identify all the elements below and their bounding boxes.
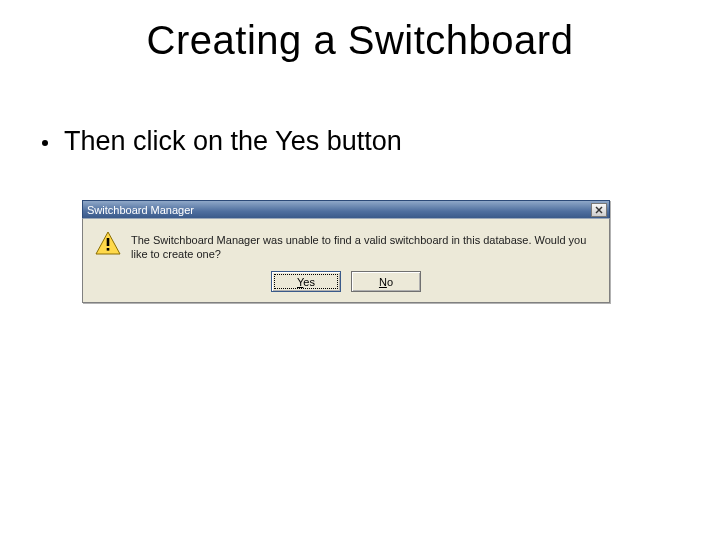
dialog-button-row: Yes No: [95, 271, 597, 292]
dialog-title: Switchboard Manager: [87, 204, 591, 216]
dialog-titlebar: Switchboard Manager: [82, 200, 610, 218]
dialog-message: The Switchboard Manager was unable to fi…: [131, 229, 597, 261]
svg-rect-4: [107, 248, 110, 251]
bullet-dot-icon: [42, 140, 48, 146]
no-label-rest: o: [387, 276, 393, 288]
close-icon: [595, 206, 603, 214]
bullet-item: Then click on the Yes button: [42, 126, 402, 157]
switchboard-dialog: Switchboard Manager The Switchboard Mana…: [82, 200, 610, 303]
svg-rect-3: [107, 238, 110, 246]
bullet-text: Then click on the Yes button: [64, 126, 402, 157]
no-button[interactable]: No: [351, 271, 421, 292]
slide-title: Creating a Switchboard: [0, 18, 720, 63]
slide: Creating a Switchboard Then click on the…: [0, 0, 720, 540]
warning-icon: [95, 231, 121, 255]
dialog-content-row: The Switchboard Manager was unable to fi…: [95, 229, 597, 261]
close-button[interactable]: [591, 203, 607, 217]
yes-button[interactable]: Yes: [271, 271, 341, 292]
dialog-body: The Switchboard Manager was unable to fi…: [82, 218, 610, 303]
yes-label-rest: es: [303, 276, 315, 288]
no-accelerator: N: [379, 276, 387, 288]
